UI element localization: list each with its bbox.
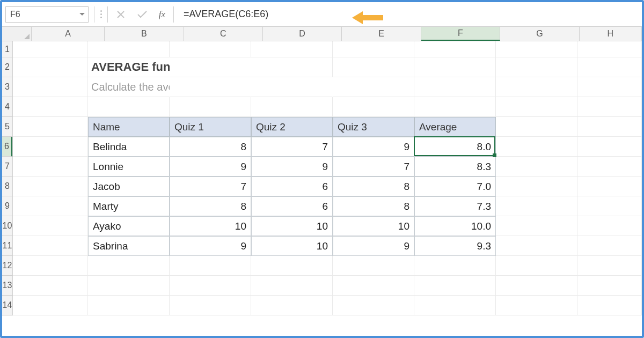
col-header-A[interactable]: A (32, 27, 105, 41)
table-cell[interactable]: 7 (170, 177, 251, 196)
cell-H9[interactable] (577, 196, 642, 216)
cell-A3[interactable] (13, 77, 88, 97)
cell-G6[interactable] (496, 137, 577, 157)
table-header-E[interactable]: Quiz 3 (333, 117, 414, 137)
table-cell[interactable]: 8 (170, 137, 251, 157)
table-cell[interactable]: 9.3 (414, 236, 496, 256)
cell-G9[interactable] (496, 196, 577, 216)
cell-H1[interactable] (577, 41, 642, 57)
cell-B1[interactable] (88, 41, 170, 57)
table-cell[interactable]: Ayako (88, 216, 170, 236)
table-header-C[interactable]: Quiz 1 (170, 117, 251, 137)
cancel-formula-button[interactable] (110, 6, 131, 23)
cell-B14[interactable] (88, 296, 170, 315)
table-cell[interactable]: 10 (251, 236, 333, 256)
row-header-11[interactable]: 11 (2, 236, 12, 256)
cell-A4[interactable] (13, 97, 88, 117)
cell-C4[interactable] (170, 97, 251, 117)
cell-F13[interactable] (414, 276, 496, 296)
cell-H10[interactable] (577, 216, 642, 236)
table-cell[interactable]: 8 (333, 177, 414, 196)
cell-A12[interactable] (13, 256, 88, 276)
row-header-6[interactable]: 6 (2, 137, 12, 157)
cell-G3[interactable] (496, 77, 577, 97)
cell-H4[interactable] (577, 97, 642, 117)
cell-G7[interactable] (496, 157, 577, 177)
cell-B4[interactable] (88, 97, 170, 117)
cell-H7[interactable] (577, 157, 642, 177)
cell-D4[interactable] (251, 97, 333, 117)
table-header-D[interactable]: Quiz 2 (251, 117, 333, 137)
table-cell[interactable]: 8.3 (414, 157, 496, 177)
accept-formula-button[interactable] (131, 6, 153, 23)
cell-A6[interactable] (13, 137, 88, 157)
cell-H14[interactable] (577, 296, 642, 315)
cell-F14[interactable] (414, 296, 496, 315)
row-header-1[interactable]: 1 (2, 41, 12, 57)
cell-A2[interactable] (13, 57, 88, 77)
cell-B13[interactable] (88, 276, 170, 296)
table-cell[interactable]: 7 (251, 137, 333, 157)
row-header-3[interactable]: 3 (2, 77, 12, 97)
cell-F1[interactable] (414, 41, 496, 57)
col-header-F[interactable]: F (421, 27, 500, 41)
cell-B12[interactable] (88, 256, 170, 276)
table-cell[interactable]: 6 (251, 177, 333, 196)
name-box[interactable]: F6 (5, 6, 89, 23)
cell-B2[interactable]: AVERAGE function (88, 57, 170, 77)
cell-E14[interactable] (333, 296, 414, 315)
cell-F4[interactable] (414, 97, 496, 117)
row-header-13[interactable]: 13 (2, 276, 12, 296)
table-cell[interactable]: 10 (251, 216, 333, 236)
cell-C2[interactable] (170, 57, 251, 77)
cell-C13[interactable] (170, 276, 251, 296)
cell-A1[interactable] (13, 41, 88, 57)
table-cell[interactable]: Sabrina (88, 236, 170, 256)
cell-D2[interactable] (251, 57, 333, 77)
cell-E4[interactable] (333, 97, 414, 117)
cell-G14[interactable] (496, 296, 577, 315)
cell-D3[interactable] (251, 77, 333, 97)
table-cell[interactable]: 8.0 (414, 137, 496, 157)
cell-G13[interactable] (496, 276, 577, 296)
table-cell[interactable]: 7.0 (414, 177, 496, 196)
table-cell[interactable]: 10.0 (414, 216, 496, 236)
table-cell[interactable]: 6 (251, 196, 333, 216)
cell-A5[interactable] (13, 117, 88, 137)
table-cell[interactable]: Jacob (88, 177, 170, 196)
cell-C3[interactable] (170, 77, 251, 97)
row-header-8[interactable]: 8 (2, 177, 12, 196)
table-header-B[interactable]: Name (88, 117, 170, 137)
cell-H8[interactable] (577, 177, 642, 196)
table-cell[interactable]: 7 (333, 157, 414, 177)
row-header-9[interactable]: 9 (2, 196, 12, 216)
cell-C1[interactable] (170, 41, 251, 57)
cell-G12[interactable] (496, 256, 577, 276)
table-cell[interactable]: 8 (170, 196, 251, 216)
cell-G2[interactable] (496, 57, 577, 77)
cell-B3[interactable]: Calculate the average of supplied number… (88, 77, 170, 97)
cell-H5[interactable] (577, 117, 642, 137)
cell-A7[interactable] (13, 157, 88, 177)
cell-G8[interactable] (496, 177, 577, 196)
cell-A13[interactable] (13, 276, 88, 296)
cell-D12[interactable] (251, 256, 333, 276)
table-cell[interactable]: 8 (333, 196, 414, 216)
formula-input[interactable] (176, 6, 638, 23)
cell-A8[interactable] (13, 177, 88, 196)
cell-D13[interactable] (251, 276, 333, 296)
cell-H3[interactable] (577, 77, 642, 97)
table-cell[interactable]: 9 (251, 157, 333, 177)
table-cell[interactable]: 10 (333, 216, 414, 236)
cell-G11[interactable] (496, 236, 577, 256)
cell-G5[interactable] (496, 117, 577, 137)
table-cell[interactable]: 9 (333, 236, 414, 256)
col-header-B[interactable]: B (105, 27, 184, 41)
cell-F3[interactable] (414, 77, 496, 97)
cell-A10[interactable] (13, 216, 88, 236)
cell-D14[interactable] (251, 296, 333, 315)
cell-G1[interactable] (496, 41, 577, 57)
row-header-10[interactable]: 10 (2, 216, 12, 236)
cell-G4[interactable] (496, 97, 577, 117)
cell-H6[interactable] (577, 137, 642, 157)
